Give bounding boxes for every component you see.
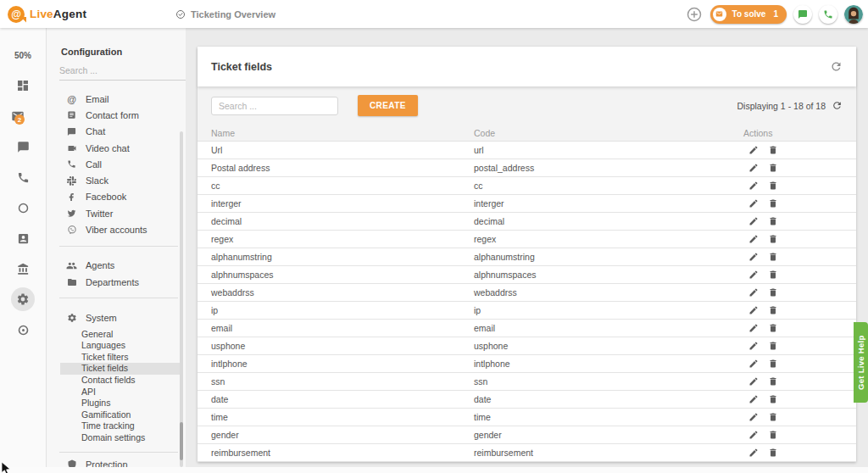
sidebar-item-slack[interactable]: Slack [47, 172, 186, 188]
delete-icon[interactable] [768, 181, 778, 191]
create-button[interactable]: CREATE [358, 95, 418, 116]
rail-company-button[interactable] [0, 253, 46, 284]
edit-icon[interactable] [748, 341, 759, 351]
delete-icon[interactable] [768, 287, 778, 298]
sidebar-search-input[interactable] [59, 62, 186, 81]
sidebar-item-twitter[interactable]: Twitter [47, 205, 186, 221]
edit-icon[interactable] [748, 252, 759, 262]
phone-button[interactable] [819, 5, 837, 24]
name-cell: time [211, 412, 474, 422]
delete-icon[interactable] [768, 305, 778, 315]
sidebar-subitem-api[interactable]: API [60, 387, 181, 398]
delete-icon[interactable] [768, 216, 778, 226]
delete-icon[interactable] [768, 270, 778, 280]
breadcrumb[interactable]: Ticketing Overview [175, 9, 275, 19]
sidebar-item-chat[interactable]: Chat [47, 124, 186, 140]
name-cell: usphone [211, 341, 474, 351]
edit-icon[interactable] [748, 430, 759, 440]
sidebar-item-label: Departments [86, 277, 139, 287]
delete-icon[interactable] [768, 341, 778, 351]
sidebar-subitem-label: Contact fields [81, 375, 136, 385]
chat-button[interactable] [793, 5, 812, 24]
delete-icon[interactable] [768, 376, 778, 387]
rail-online-button[interactable] [0, 192, 46, 223]
sidebar-subitem-plugins[interactable]: Plugins [60, 398, 181, 409]
sidebar-item-departments[interactable]: Departments [47, 274, 186, 290]
sidebar-item-agents[interactable]: Agents [47, 258, 186, 274]
rail-customers-button[interactable] [0, 223, 46, 253]
table-header: Name Code Actions [198, 125, 856, 142]
rail-calls-button[interactable] [0, 162, 46, 192]
add-button[interactable] [685, 5, 704, 24]
edit-icon[interactable] [748, 198, 759, 209]
delete-icon[interactable] [768, 323, 778, 333]
edit-icon[interactable] [748, 145, 759, 155]
delete-icon[interactable] [768, 145, 778, 155]
edit-icon[interactable] [748, 181, 759, 191]
edit-icon[interactable] [748, 394, 759, 404]
sidebar-item-viber-accounts[interactable]: Viber accounts [47, 221, 186, 237]
logo[interactable]: @ LiveAgent [0, 6, 86, 23]
name-cell: email [211, 323, 474, 333]
delete-icon[interactable] [768, 394, 778, 404]
rail-configuration-button[interactable] [0, 284, 46, 314]
edit-icon[interactable] [748, 448, 759, 458]
get-live-help-button[interactable]: Get Live Help [854, 322, 868, 403]
rail-tools-button[interactable] [0, 314, 46, 345]
sidebar-subitem-ticket-filters[interactable]: Ticket filters [60, 352, 181, 364]
delete-icon[interactable] [768, 252, 778, 262]
edit-icon[interactable] [748, 376, 759, 387]
table-row: reimbursement reimbursement [198, 444, 856, 462]
sidebar-item-call[interactable]: Call [47, 156, 186, 172]
name-cell: decimal [211, 216, 474, 226]
sidebar-item-email[interactable]: @Email [47, 91, 186, 107]
refresh-icon[interactable] [832, 100, 843, 111]
rail-dashboard-button[interactable] [0, 70, 46, 101]
delete-icon[interactable] [768, 448, 778, 458]
edit-icon[interactable] [748, 412, 759, 422]
sidebar-subitem-time-tracking[interactable]: Time tracking [60, 420, 181, 432]
edit-icon[interactable] [748, 216, 759, 226]
edit-icon[interactable] [748, 270, 759, 280]
sidebar-scrollbar-thumb[interactable] [180, 422, 183, 460]
name-cell: reimbursement [211, 448, 474, 458]
bank-icon [17, 263, 30, 275]
edit-icon[interactable] [748, 359, 759, 369]
sidebar-subitem-gamification[interactable]: Gamification [60, 409, 181, 421]
system-subitems: General Languages Ticket filters Ticket … [47, 329, 186, 444]
sidebar-item-label: Email [86, 94, 109, 104]
sidebar-item-contact-form[interactable]: Contact form [47, 107, 186, 123]
rail-tickets-button[interactable]: 2 [0, 101, 46, 131]
sidebar-item-video-chat[interactable]: Video chat [47, 140, 186, 156]
edit-icon[interactable] [748, 287, 759, 298]
delete-icon[interactable] [768, 198, 778, 209]
delete-icon[interactable] [768, 163, 778, 173]
delete-icon[interactable] [768, 412, 778, 422]
avatar[interactable] [844, 5, 863, 24]
refresh-icon[interactable] [830, 60, 843, 73]
delete-icon[interactable] [768, 234, 778, 244]
sidebar-item-facebook[interactable]: Facebook [47, 189, 186, 205]
sidebar-subitem-ticket-fields[interactable]: Ticket fields [60, 363, 181, 375]
delete-icon[interactable] [768, 430, 778, 440]
table-row: time time [198, 409, 856, 426]
edit-icon[interactable] [748, 305, 759, 315]
edit-icon[interactable] [748, 234, 759, 244]
configuration-sidebar: Configuration @Email Contact form Chat V… [47, 28, 186, 473]
to-solve-button[interactable]: To solve 1 [710, 5, 787, 24]
edit-icon[interactable] [748, 163, 759, 173]
sidebar-scrollbar-track[interactable] [180, 131, 183, 467]
delete-icon[interactable] [768, 359, 778, 369]
table-row: regex regex [198, 231, 856, 248]
code-cell: cc [474, 181, 743, 191]
search-input[interactable] [211, 97, 338, 115]
name-cell: date [211, 394, 474, 404]
rail-chats-button[interactable] [0, 131, 46, 162]
sidebar-subitem-domain-settings[interactable]: Domain settings [60, 432, 181, 444]
sidebar-item-system[interactable]: System [47, 309, 186, 326]
to-solve-label: To solve [732, 9, 766, 19]
sidebar-subitem-languages[interactable]: Languages [60, 340, 181, 352]
sidebar-subitem-general[interactable]: General [60, 329, 181, 341]
sidebar-subitem-contact-fields[interactable]: Contact fields [60, 375, 181, 387]
edit-icon[interactable] [748, 323, 759, 333]
